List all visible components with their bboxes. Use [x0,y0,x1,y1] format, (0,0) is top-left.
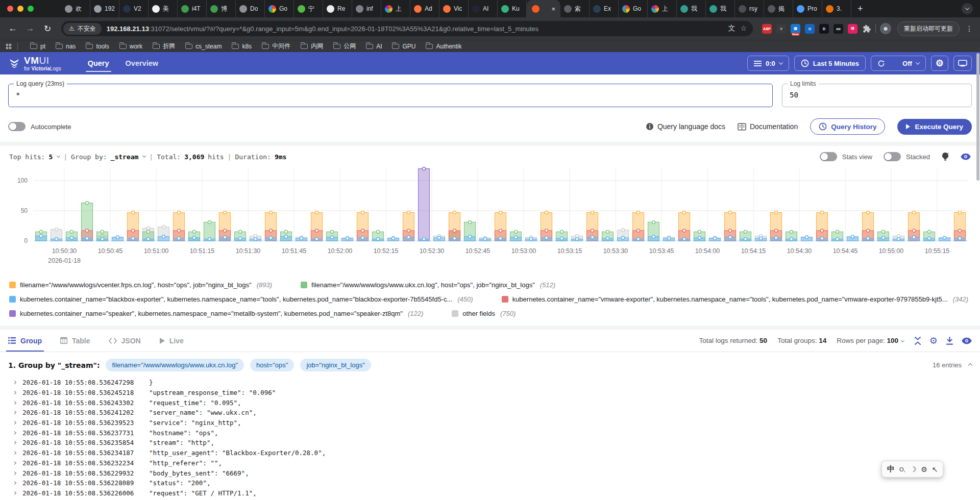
profile-avatar[interactable]: ☻ [880,23,891,34]
browser-tab[interactable]: 我 [706,0,735,17]
expand-chevron-icon[interactable] [13,471,16,474]
toggle-switch[interactable] [8,122,26,131]
rows-per-page-select[interactable]: Rows per page: 100 [837,337,904,344]
log-limits-input[interactable]: Log limits 50 [782,84,972,107]
update-chrome-button[interactable]: 重新启动即可更新 [897,21,960,36]
extension-icon[interactable]: V [776,24,786,34]
refresh-icon[interactable] [877,60,885,67]
browser-tab[interactable]: V2 [119,0,149,17]
log-limits-value[interactable]: 50 [790,91,964,99]
log-row[interactable]: 2026-01-18 10:55:08.536228089"status": "… [8,478,972,488]
tenant-selector[interactable]: 0:0 [747,56,789,71]
browser-tab[interactable]: 3. [822,0,851,17]
new-tab-button[interactable]: + [851,0,869,17]
chevron-down-icon[interactable] [142,154,146,157]
expand-chevron-icon[interactable] [13,431,16,435]
browser-tab[interactable]: Ex [590,0,619,17]
nav-tab-query[interactable]: Query [80,52,117,74]
legend-item[interactable]: other fields(750) [452,310,516,317]
download-icon[interactable] [946,337,953,345]
fullscreen-tv-button[interactable] [953,56,972,71]
browser-tab[interactable]: 索 [560,0,590,17]
chevron-down-icon[interactable] [57,154,60,157]
table-settings-gear-icon[interactable]: ⚙ [929,335,938,346]
browser-tab[interactable]: 揭 [764,0,793,17]
stacked-toggle[interactable]: Stacked [884,152,930,161]
bookmark-folder[interactable]: 折腾 [148,42,180,51]
nav-tab-overview[interactable]: Overview [117,52,167,74]
tab-search-button[interactable] [962,3,973,14]
collapse-all-icon[interactable] [914,337,921,345]
graph-tips-icon[interactable] [941,152,949,161]
security-chip[interactable]: ⚠ 不安全 [63,23,102,35]
log-row[interactable]: 2026-01-18 10:55:08.536243302"request_ti… [8,397,972,408]
top-hits-value[interactable]: 5 [48,153,53,161]
maximize-window-icon[interactable] [28,6,34,12]
page-scrollbar[interactable] [976,53,979,181]
log-row[interactable]: 2026-01-18 10:55:08.536239523"service": … [8,418,972,428]
stream-badge[interactable]: job="nginx_bt_logs" [300,359,371,371]
browser-tab[interactable]: Go [619,0,648,17]
bookmark-folder[interactable]: work [114,42,148,51]
extensions-puzzle-icon[interactable] [863,24,871,33]
collapse-group-icon[interactable] [968,363,972,367]
apps-grid-icon[interactable] [6,44,11,49]
expand-chevron-icon[interactable] [13,441,16,444]
bookmark-folder[interactable]: GPU [387,42,421,51]
browser-tab[interactable]: 博 [207,0,236,17]
browser-tab[interactable]: Do [236,0,265,17]
expand-chevron-icon[interactable] [13,461,16,465]
bookmark-folder[interactable]: tools [81,42,114,51]
query-language-docs-link[interactable]: Query language docs [646,122,725,131]
chart-canvas[interactable]: 05010010:50:302026-01-1810:50:4510:51:00… [8,164,972,271]
browser-tab[interactable]: 上 [381,0,410,17]
vmui-logo[interactable]: VMUI for VictoriaLogs [8,56,61,71]
execute-query-button[interactable]: Execute Query [897,119,972,135]
ime-pointer-icon[interactable]: ↖ [932,465,938,473]
bookmark-folder[interactable]: pt [25,42,51,51]
tab-group[interactable]: Group [8,330,42,352]
browser-tab[interactable]: AI [469,0,498,17]
settings-button[interactable]: ⚙ [931,56,948,71]
browser-tab[interactable]: 我 [677,0,706,17]
log-row[interactable]: 2026-01-18 10:55:08.536232234"http_refer… [8,458,972,468]
browser-tab[interactable]: 美 [149,0,178,17]
hide-chart-eye-icon[interactable] [961,153,971,160]
log-row[interactable]: 2026-01-18 10:55:08.536234187"http_user_… [8,448,972,458]
ime-gear-icon[interactable]: ⚙ [921,465,927,473]
forward-button[interactable]: → [22,21,38,36]
toggle-switch[interactable] [820,152,837,161]
log-row[interactable]: 2026-01-18 10:55:08.536245218"upstream_r… [8,388,972,398]
browser-tab[interactable]: Vic [439,0,469,17]
legend-item[interactable]: kubernetes.container_name="vmware-export… [502,295,968,303]
browser-tab[interactable]: rsy [735,0,764,17]
close-tab-icon[interactable]: × [551,5,555,13]
extension-icon[interactable]: 译 [848,24,857,34]
toggle-switch[interactable] [884,152,901,161]
expand-chevron-icon[interactable] [13,411,16,414]
ime-lang-indicator[interactable]: 中 [887,464,895,474]
extension-icon[interactable]: oo [834,24,843,34]
log-row[interactable]: 2026-01-18 10:55:08.536247298} [8,378,972,388]
legend-item[interactable]: kubernetes.container_name="blackbox-expo… [9,295,473,303]
window-controls[interactable] [0,0,43,17]
browser-menu-button[interactable]: ⋮ [964,24,975,33]
browser-tab[interactable]: Ad [410,0,439,17]
url-text[interactable]: 192.168.21.13:31072/select/vmui/?#/?quer… [107,25,723,33]
stream-badge[interactable]: filename="/www/wwwlogs/www.ukx.cn.log" [106,359,244,371]
expand-chevron-icon[interactable] [13,381,16,384]
time-range-selector[interactable]: Last 5 Minutes [794,56,866,71]
preview-eye-icon[interactable] [962,337,972,344]
bookmark-folder[interactable]: 公网 [328,42,361,51]
input-method-bar[interactable]: 中 O, ☽ ⚙ ↖ [881,461,943,478]
bookmark-folder[interactable]: k8s [227,42,257,51]
log-row[interactable]: 2026-01-18 10:55:08.536229932"body_bytes… [8,468,972,478]
expand-chevron-icon[interactable] [13,401,16,405]
expand-chevron-icon[interactable] [13,391,16,394]
browser-tab[interactable]: Pro [793,0,822,17]
expand-chevron-icon[interactable] [13,421,16,424]
query-history-button[interactable]: Query History [810,118,885,135]
browser-tab[interactable]: 192 [90,0,119,17]
bookmark-folder[interactable]: nas [51,42,81,51]
log-row[interactable]: 2026-01-18 10:55:08.536226006"request": … [8,488,972,498]
